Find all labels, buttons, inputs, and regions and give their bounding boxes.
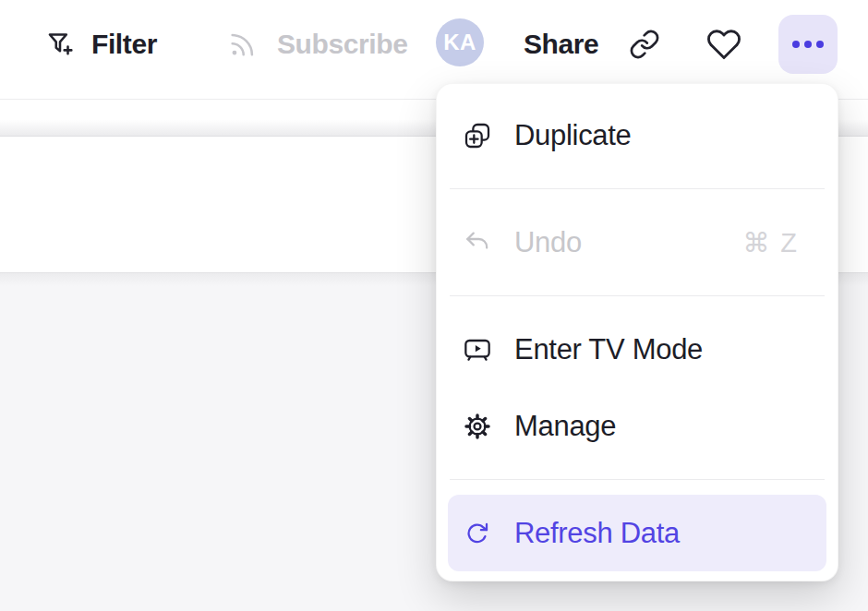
menu-divider <box>450 479 825 480</box>
menu-divider <box>450 295 825 296</box>
heart-icon[interactable] <box>706 27 741 62</box>
filter-button[interactable]: Filter <box>91 28 157 61</box>
gear-icon <box>463 412 492 441</box>
menu-item-label: Refresh Data <box>514 517 680 550</box>
avatar-initials: KA <box>443 30 476 55</box>
avatar[interactable]: KA <box>436 18 484 66</box>
link-icon[interactable] <box>629 29 660 60</box>
tv-play-icon <box>463 335 492 365</box>
more-options-button[interactable] <box>778 15 838 74</box>
screen: Filter Subscribe KA Share some of the mo… <box>0 0 868 611</box>
menu-item-label: Undo <box>514 226 582 259</box>
menu-divider <box>450 188 825 189</box>
more-options-menu: Duplicate Undo ⌘ Z Enter TV Mode <box>436 83 838 581</box>
share-button[interactable]: Share <box>524 28 598 61</box>
undo-icon <box>463 228 492 258</box>
funnel-plus-icon[interactable] <box>44 29 76 60</box>
menu-item-label: Enter TV Mode <box>514 333 703 366</box>
subscribe-button[interactable]: Subscribe <box>277 28 407 61</box>
refresh-icon <box>463 519 492 548</box>
menu-item-enter-tv-mode[interactable]: Enter TV Mode <box>448 311 826 388</box>
menu-item-label: Manage <box>514 410 616 443</box>
duplicate-icon <box>463 121 492 150</box>
menu-item-refresh-data[interactable]: Refresh Data <box>448 495 826 571</box>
ellipsis-icon <box>792 41 800 48</box>
menu-item-undo: Undo ⌘ Z <box>448 204 826 281</box>
keyboard-shortcut: ⌘ Z <box>742 227 799 258</box>
menu-item-label: Duplicate <box>514 119 632 152</box>
menu-item-duplicate[interactable]: Duplicate <box>448 97 826 174</box>
menu-item-manage[interactable]: Manage <box>448 388 826 464</box>
rss-icon <box>227 29 259 60</box>
